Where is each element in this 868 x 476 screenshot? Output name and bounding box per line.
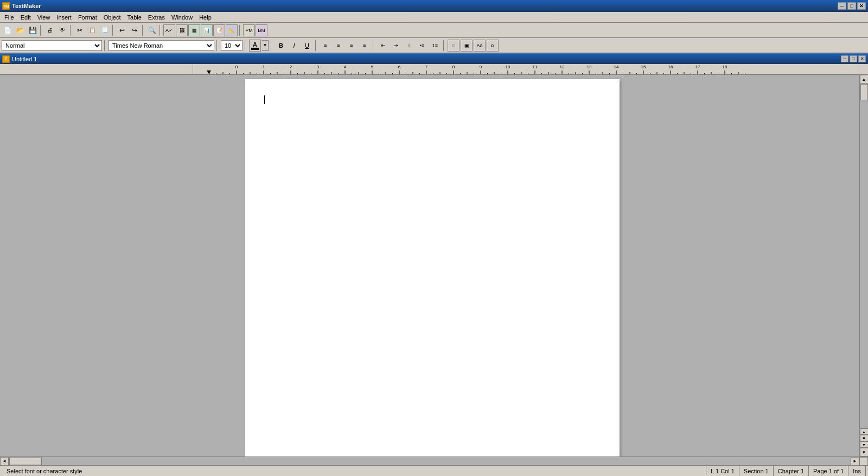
border-button[interactable]: □	[448, 40, 459, 52]
align-center-button[interactable]: ≡	[333, 40, 344, 52]
doc-title: Untitled 1	[12, 56, 37, 62]
underline-button[interactable]: U	[301, 40, 313, 52]
shading-button[interactable]: ▣	[461, 40, 473, 52]
print-button[interactable]: 🖨	[44, 24, 56, 36]
sep-fmt1	[104, 40, 106, 51]
size-select[interactable]: 10	[221, 40, 242, 51]
copy-button[interactable]: 📋	[86, 24, 98, 36]
scroll-down-button[interactable]: ▼	[860, 448, 869, 456]
menu-bar: File Edit View Insert Format Object Tabl…	[0, 12, 868, 23]
doc-title-left: T Untitled 1	[2, 55, 37, 63]
document-page[interactable]	[245, 79, 620, 456]
sep4	[142, 25, 144, 36]
main-area: ▲ ▲ ● ▼ ▼	[0, 75, 868, 456]
status-section-label: Section 1	[739, 466, 774, 476]
menu-object[interactable]: Object	[100, 13, 124, 22]
new-button[interactable]: 📄	[2, 24, 14, 36]
minimize-button[interactable]: ─	[838, 2, 846, 10]
redo-button[interactable]: ↪	[129, 24, 141, 36]
scroll-next-page-button[interactable]: ▼	[860, 441, 869, 448]
color-swatch	[251, 48, 259, 50]
ruler-left-pad	[0, 64, 193, 74]
h-scroll-right-button[interactable]: ►	[851, 457, 859, 466]
outdent-button[interactable]: ⇤	[377, 40, 389, 52]
scroll-up-button[interactable]: ▲	[860, 75, 869, 83]
align-justify-button[interactable]: ≡	[359, 40, 371, 52]
sep-fmt4	[271, 40, 273, 51]
styles-button[interactable]: Aa	[474, 40, 486, 52]
status-mode: Ins	[848, 466, 866, 476]
sep5	[159, 25, 162, 36]
document-title-bar: T Untitled 1 ─ □ ✕	[0, 53, 868, 64]
toolbar-btn-8[interactable]: BM	[256, 24, 267, 36]
app-icon: TM	[2, 2, 10, 10]
font-color-button[interactable]: A	[249, 40, 261, 52]
doc-close-button[interactable]: ✕	[858, 55, 866, 62]
style-select[interactable]: Normal	[2, 40, 102, 51]
scroll-select-object-button[interactable]: ●	[860, 435, 869, 441]
doc-minimize-button[interactable]: ─	[841, 55, 848, 62]
ruler-right-pad	[859, 64, 868, 74]
status-page: Page 1 of 1	[809, 466, 848, 476]
line-spacing-button[interactable]: ↕	[403, 40, 415, 52]
numbering-button[interactable]: 1≡	[429, 40, 441, 52]
sep1	[40, 25, 42, 36]
insert-picture-button[interactable]: 🖼	[176, 24, 188, 36]
menu-window[interactable]: Window	[168, 13, 196, 22]
menu-view[interactable]: View	[34, 13, 54, 22]
app-title: TextMaker	[12, 3, 41, 9]
print-preview-button[interactable]: 👁	[56, 24, 68, 36]
text-cursor	[264, 95, 265, 104]
spellcheck-button[interactable]: A✓	[163, 24, 175, 36]
style-dropdown-group: Normal	[2, 40, 102, 51]
format-btn-extra[interactable]: ≎	[487, 40, 499, 52]
toolbar-btn-6[interactable]: 📐	[226, 24, 238, 36]
scroll-prev-page-button[interactable]: ▲	[860, 428, 869, 435]
vertical-scrollbar: ▲ ▲ ● ▼ ▼	[859, 75, 868, 456]
h-scroll-thumb[interactable]	[9, 458, 42, 465]
color-dropdown-arrow[interactable]: ▼	[262, 40, 269, 51]
bullets-button[interactable]: •≡	[416, 40, 428, 52]
menu-edit[interactable]: Edit	[17, 13, 34, 22]
toolbar-btn-5[interactable]: 📝	[213, 24, 225, 36]
title-bar-left: TM TextMaker	[2, 2, 41, 10]
right-gray-panel	[672, 75, 859, 456]
font-dropdown-group: Times New Roman	[108, 40, 214, 51]
menu-table[interactable]: Table	[124, 13, 145, 22]
indent-button[interactable]: ⇥	[390, 40, 402, 52]
close-button[interactable]: ✕	[857, 2, 866, 10]
toolbar-btn-7[interactable]: PM	[243, 24, 255, 36]
undo-button[interactable]: ↩	[116, 24, 128, 36]
insert-chart-button[interactable]: 📊	[201, 24, 213, 36]
open-button[interactable]: 📂	[14, 24, 26, 36]
cut-button[interactable]: ✂	[74, 24, 86, 36]
sep-fmt6	[373, 40, 375, 51]
sep-fmt2	[216, 40, 219, 51]
left-gray-panel	[0, 75, 193, 456]
doc-maximize-button[interactable]: □	[850, 55, 857, 62]
paste-button[interactable]: 📃	[99, 24, 111, 36]
toolbar1: 📄 📂 💾 🖨 👁 ✂ 📋 📃 ↩ ↪ 🔍 A✓ 🖼 ▦ 📊 📝 📐 PM BM	[0, 23, 868, 38]
menu-insert[interactable]: Insert	[53, 13, 75, 22]
scroll-thumb[interactable]	[860, 84, 868, 100]
horizontal-scrollbar: ◄ ►	[0, 456, 868, 465]
insert-table-button[interactable]: ▦	[188, 24, 200, 36]
italic-button[interactable]: I	[288, 40, 300, 52]
status-bar: Select font or character style L 1 Col 1…	[0, 465, 868, 476]
font-select[interactable]: Times New Roman	[108, 40, 214, 51]
sep3	[112, 25, 114, 36]
align-right-button[interactable]: ≡	[346, 40, 358, 52]
align-left-button[interactable]: ≡	[320, 40, 331, 52]
maximize-button[interactable]: □	[847, 2, 856, 10]
menu-help[interactable]: Help	[196, 13, 215, 22]
menu-format[interactable]: Format	[75, 13, 100, 22]
save-button[interactable]: 💾	[27, 24, 39, 36]
menu-file[interactable]: File	[1, 13, 17, 22]
ruler-main	[193, 64, 859, 74]
find-button[interactable]: 🔍	[146, 24, 158, 36]
h-scroll-left-button[interactable]: ◄	[0, 457, 9, 466]
h-scroll-track	[9, 457, 851, 466]
title-bar-controls: ─ □ ✕	[838, 2, 866, 10]
menu-extras[interactable]: Extras	[145, 13, 168, 22]
bold-button[interactable]: B	[275, 40, 287, 52]
